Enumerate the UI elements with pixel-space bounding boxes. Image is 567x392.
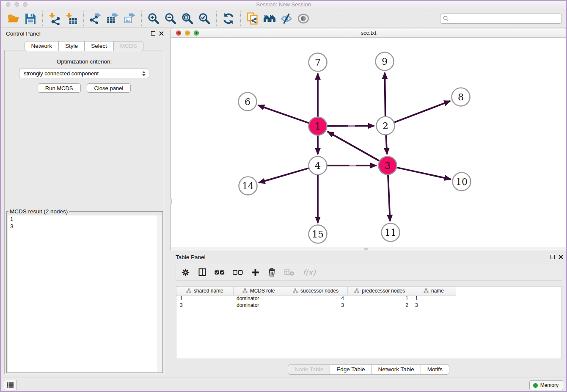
edge-2-8[interactable] xyxy=(385,101,450,126)
open-folder-icon xyxy=(7,12,20,25)
table-cell: 1 xyxy=(347,295,412,302)
column-header-name[interactable]: name xyxy=(412,287,456,295)
edge-3-10[interactable] xyxy=(388,166,451,179)
hierarchy-icon xyxy=(354,288,359,293)
refresh-layout-button[interactable] xyxy=(220,11,237,27)
houses-icon xyxy=(263,12,276,25)
graph-node-6[interactable]: 6 xyxy=(239,93,257,111)
show-column-panel-button[interactable] xyxy=(198,268,206,276)
zoom-in-button[interactable] xyxy=(145,11,162,27)
search-input[interactable] xyxy=(451,16,559,22)
zoom-selected-button[interactable] xyxy=(196,11,213,27)
network-canvas[interactable]: 7 9 6 8 1 2 4 3 14 10 15 11 xyxy=(171,38,566,247)
tab-network[interactable]: Network xyxy=(25,41,59,51)
graph-node-9[interactable]: 9 xyxy=(376,52,394,71)
graph-node-4[interactable]: 4 xyxy=(309,157,327,175)
column-header-successor-nodes[interactable]: successor nodes xyxy=(284,287,347,295)
graph-node-10[interactable]: 10 xyxy=(453,173,471,191)
run-mcds-button[interactable]: Run MCDS xyxy=(38,83,81,93)
zoom-fit-button[interactable] xyxy=(179,11,196,27)
node-table-container: shared nameMCDS rolesuccessor nodesprede… xyxy=(176,286,561,359)
mcds-result-title: MCDS result (2 nodes) xyxy=(8,208,69,215)
trash-icon xyxy=(268,268,276,277)
float-panel-icon[interactable] xyxy=(151,31,155,36)
graph-node-11[interactable]: 11 xyxy=(382,224,400,242)
zoom-out-button[interactable] xyxy=(162,11,179,27)
clone-network-button[interactable] xyxy=(244,11,261,27)
save-icon xyxy=(24,12,37,25)
list-icon xyxy=(7,382,14,388)
tab-network-table[interactable]: Network Table xyxy=(372,364,421,375)
window-title: Session: New Session xyxy=(0,1,567,8)
export-network-icon xyxy=(89,12,102,25)
resize-grip-icon[interactable] xyxy=(364,248,368,250)
search-icon xyxy=(443,16,449,22)
table-panel-tabs: Node TableEdge TableNetwork TableMotifs xyxy=(171,364,567,375)
table-settings-button[interactable] xyxy=(181,268,190,277)
table-row[interactable]: 1dominator411 xyxy=(176,295,456,302)
import-network-icon xyxy=(48,12,61,25)
plus-icon xyxy=(251,268,260,277)
svg-text:2: 2 xyxy=(383,121,388,131)
graph-node-2[interactable]: 2 xyxy=(377,117,395,135)
hide-details-button[interactable] xyxy=(278,11,295,27)
function-builder-button[interactable]: f(x) xyxy=(303,268,316,277)
column-header-predecessor-nodes[interactable]: predecessor nodes xyxy=(347,287,412,295)
svg-text:4: 4 xyxy=(315,160,321,171)
deselect-all-columns-button[interactable] xyxy=(233,269,243,276)
create-column-button[interactable] xyxy=(251,268,260,277)
close-panel-icon[interactable] xyxy=(559,254,563,259)
graph-node-3[interactable]: 3 xyxy=(379,157,397,175)
import-table-button[interactable] xyxy=(63,11,80,27)
table-cell: 3 xyxy=(412,302,456,309)
tab-style[interactable]: Style xyxy=(58,41,85,51)
delete-table-icon xyxy=(284,268,295,276)
column-header-shared-name[interactable]: shared name xyxy=(176,287,233,295)
select-all-columns-button[interactable] xyxy=(215,269,225,276)
graph-node-8[interactable]: 8 xyxy=(452,88,470,106)
gear-icon xyxy=(181,268,190,277)
import-network-button[interactable] xyxy=(46,11,63,27)
toolbar-separator xyxy=(42,11,43,26)
network-graph[interactable]: 7 9 6 8 1 2 4 3 14 10 15 11 xyxy=(171,38,566,247)
tab-mcds[interactable]: MCDS xyxy=(113,41,144,51)
column-header-mcds-role[interactable]: MCDS role xyxy=(233,287,284,295)
edge-3-1[interactable] xyxy=(328,132,388,166)
graph-node-7[interactable]: 7 xyxy=(309,53,327,72)
panel-list-button[interactable] xyxy=(4,380,17,390)
tab-select[interactable]: Select xyxy=(84,41,114,51)
float-panel-icon[interactable] xyxy=(550,255,555,259)
export-network-button[interactable] xyxy=(87,11,104,27)
show-details-button[interactable] xyxy=(295,11,312,27)
export-table-icon xyxy=(106,12,119,25)
close-panel-button[interactable]: Close panel xyxy=(87,83,131,93)
export-table-button[interactable] xyxy=(104,11,121,27)
delete-column-button[interactable] xyxy=(268,268,276,277)
result-item[interactable]: 3 xyxy=(8,223,162,230)
result-scrollbar[interactable] xyxy=(157,215,162,372)
export-image-button[interactable] xyxy=(121,11,138,27)
open-file-button[interactable] xyxy=(5,11,22,27)
svg-text:9: 9 xyxy=(382,56,388,67)
tab-node-table[interactable]: Node Table xyxy=(288,364,330,375)
zoom-fit-icon xyxy=(181,12,194,25)
network-window-resize-strip[interactable] xyxy=(171,247,566,250)
main-toolbar xyxy=(0,9,567,28)
table-row[interactable]: 3dominator323 xyxy=(176,302,456,309)
result-item[interactable]: 1 xyxy=(8,215,162,223)
tab-edge-table[interactable]: Edge Table xyxy=(330,364,372,375)
criterion-selected-value: strongly connected component xyxy=(24,70,142,77)
close-panel-icon[interactable] xyxy=(159,31,164,36)
splitter-grip-icon[interactable] xyxy=(171,199,172,204)
export-image-icon xyxy=(123,12,136,25)
delete-table-button[interactable] xyxy=(284,268,295,276)
graph-node-1[interactable]: 1 xyxy=(309,117,327,135)
houses-button[interactable] xyxy=(261,11,278,27)
graph-node-15[interactable]: 15 xyxy=(309,225,327,243)
memory-button[interactable]: Memory xyxy=(529,380,563,390)
criterion-select[interactable]: strongly connected component xyxy=(19,69,149,78)
graph-node-14[interactable]: 14 xyxy=(239,177,257,195)
save-session-button[interactable] xyxy=(22,11,39,27)
tab-motifs[interactable]: Motifs xyxy=(421,364,449,375)
svg-text:3: 3 xyxy=(385,160,391,171)
